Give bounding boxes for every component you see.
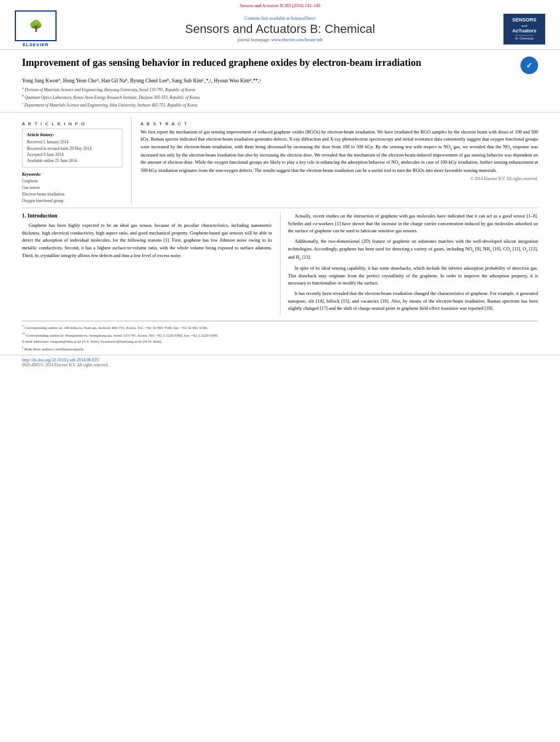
homepage-url[interactable]: www.elsevier.com/locate/snb xyxy=(271,37,323,42)
affiliations: a Division of Materials Science and Engi… xyxy=(22,86,538,108)
article-info-section-label: A R T I C L E I N F O xyxy=(22,121,122,126)
section-divider-1 xyxy=(22,208,538,208)
section1-number: 1. xyxy=(22,213,26,219)
article-header: Improvement of gas sensing behavior in r… xyxy=(0,50,560,113)
doi-footer: http://dx.doi.org/10.1016/j.snb.2014.06.… xyxy=(0,355,560,367)
crossmark-icon[interactable]: ✓ xyxy=(520,57,538,74)
keywords-list: Graphene Gas sensor Electron-beam irradi… xyxy=(22,178,122,204)
footnotes-area: * Corresponding author at: 100 Inha-ro, … xyxy=(22,321,538,353)
affiliation-a: a Division of Materials Science and Engi… xyxy=(22,86,538,93)
journal-citation: Sensors and Actuators B 203 (2014) 143–1… xyxy=(240,3,320,8)
body-left-column: 1. Introduction Graphene has been highly… xyxy=(22,213,281,315)
article-info-abstract-section: A R T I C L E I N F O Article history: R… xyxy=(0,117,560,204)
footnote-star: * Corresponding author at: 100 Inha-ro, … xyxy=(22,324,538,331)
sensors-logo-box: SENSORSandAcTuators B: Chemical xyxy=(503,14,545,44)
footnote-email: E-mail addresses: sangsub@inha.ac.kr (S.… xyxy=(22,339,538,345)
homepage-label: journal homepage: xyxy=(237,37,270,42)
sensors-logo-sub: B: Chemical xyxy=(516,35,533,40)
elsevier-logo: 🌳 ELSEVIER xyxy=(11,10,60,47)
sensors-logo-title: SENSORSandAcTuators xyxy=(512,18,536,34)
abstract-text: We first report the mechanism of gas sen… xyxy=(141,129,538,174)
intro-para-1: Graphene has been highly expected to be … xyxy=(22,222,272,259)
article-info-box: Article history: Received 1 January 2014… xyxy=(22,129,122,168)
right-para-4: It has recently been revealed that the e… xyxy=(288,290,539,313)
article-info-column: A R T I C L E I N F O Article history: R… xyxy=(22,117,132,204)
body-columns: 1. Introduction Graphene has been highly… xyxy=(0,213,560,315)
abstract-section-label: A B S T R A C T xyxy=(141,121,538,126)
accepted-date: Accepted 8 June 2014 xyxy=(27,152,117,158)
abstract-box: We first report the mechanism of gas sen… xyxy=(141,129,538,181)
authors-line: Yong Jung Kwonᵃ, Hong Yeon Choᵃ, Han Gil… xyxy=(22,77,538,83)
abstract-column: A B S T R A C T We first report the mech… xyxy=(132,117,538,204)
body-right-column: Actually, recent studies on the interact… xyxy=(281,213,539,315)
contents-label: Contents lists available at xyxy=(245,16,290,21)
right-para-3: In spite of its ideal sensing capability… xyxy=(288,265,539,287)
journal-citation-bar: Sensors and Actuators B 203 (2014) 143–1… xyxy=(11,3,549,8)
elsevier-logo-box: 🌳 xyxy=(15,10,57,41)
journal-header-inner: 🌳 ELSEVIER Contents lists available at S… xyxy=(11,10,549,49)
affiliation-c: c Department of Materials Science and En… xyxy=(22,101,538,108)
keyword-3: Electron-beam irradiation xyxy=(22,191,122,198)
history-title: Article history: xyxy=(27,132,117,137)
journal-homepage-line: journal homepage: www.elsevier.com/locat… xyxy=(60,37,500,42)
footnote-1: 1 Both these authors contributed equally… xyxy=(22,345,538,353)
right-para-1: Actually, recent studies on the interact… xyxy=(288,213,539,235)
journal-title-area: Contents lists available at ScienceDirec… xyxy=(60,16,500,42)
keyword-4: Oxygen functional group xyxy=(22,198,122,204)
issn-line: 0925-4005/© 2014 Elsevier B.V. All right… xyxy=(22,362,538,367)
journal-name: Sensors and Actuators B: Chemical xyxy=(60,22,500,36)
keywords-section: Keywords: Graphene Gas sensor Electron-b… xyxy=(22,172,122,204)
received-date: Received 1 January 2014 xyxy=(27,139,117,145)
elsevier-wordmark: ELSEVIER xyxy=(23,42,49,47)
affiliation-b: b Quantum Optics Laboratory, Korea Atom … xyxy=(22,93,538,101)
elsevier-tree-icon: 🌳 xyxy=(29,19,43,32)
revised-date: Received in revised form 29 May 2014 xyxy=(27,146,117,152)
section1-title: Introduction xyxy=(27,213,57,219)
article-title-row: Improvement of gas sensing behavior in r… xyxy=(22,57,538,74)
footnote-double-star: ** Corresponding author at: Wangsimni-ro… xyxy=(22,332,538,339)
authors: Yong Jung Kwonᵃ, Hong Yeon Choᵃ, Han Gil… xyxy=(22,78,261,83)
section1-heading: 1. Introduction xyxy=(22,213,272,219)
journal-header: Sensors and Actuators B 203 (2014) 143–1… xyxy=(0,0,560,50)
available-date: Available online 25 June 2014 xyxy=(27,158,117,164)
keywords-title: Keywords: xyxy=(22,172,122,177)
doi-link[interactable]: http://dx.doi.org/10.1016/j.snb.2014.06.… xyxy=(22,358,538,362)
sensors-actuators-logo: SENSORSandAcTuators B: Chemical xyxy=(500,14,549,44)
sciencedirect-link[interactable]: ScienceDirect xyxy=(291,16,316,21)
contents-available-line: Contents lists available at ScienceDirec… xyxy=(60,16,500,21)
article-title: Improvement of gas sensing behavior in r… xyxy=(22,57,520,69)
keyword-1: Graphene xyxy=(22,178,122,185)
right-para-2: Additionally, the two-dimensional (2D) f… xyxy=(288,238,539,262)
keyword-2: Gas sensor xyxy=(22,185,122,191)
copyright-line: © 2014 Elsevier B.V. All rights reserved… xyxy=(141,176,538,181)
